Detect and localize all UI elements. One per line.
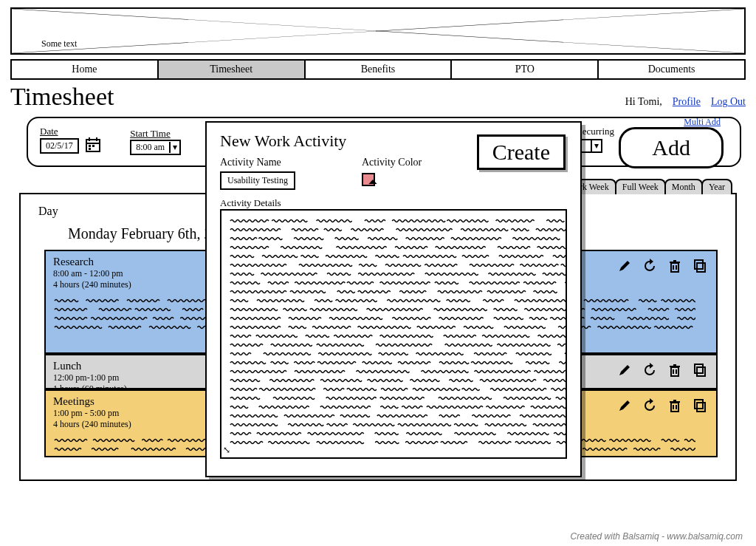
svg-rect-15 <box>695 260 703 269</box>
svg-rect-5 <box>96 137 97 141</box>
nav-tab-pto[interactable]: PTO <box>452 61 599 78</box>
view-tab-year[interactable]: Year <box>701 179 732 194</box>
delete-icon[interactable] <box>667 259 682 276</box>
greeting-text: Hi Tomi, <box>625 96 662 108</box>
nav-tab-timesheet[interactable]: Timesheet <box>159 61 306 78</box>
profile-link[interactable]: Profile <box>673 96 701 108</box>
copy-icon[interactable] <box>693 363 707 381</box>
svg-rect-21 <box>697 367 705 376</box>
activity-name-input[interactable]: Usability Testing <box>220 171 295 190</box>
add-button[interactable]: Add <box>619 127 724 168</box>
resize-handle-icon[interactable]: ⤡ <box>223 445 230 456</box>
copy-icon[interactable] <box>693 259 707 276</box>
view-tab-month[interactable]: Month <box>664 179 703 194</box>
calendar-icon[interactable] <box>86 137 100 155</box>
create-button[interactable]: Create <box>477 134 566 170</box>
start-time-field: Start Time 8:00 am ▾ <box>130 128 181 155</box>
start-time-dropdown[interactable]: 8:00 am ▾ <box>130 140 181 155</box>
chevron-down-icon: ▾ <box>169 142 179 153</box>
multi-add-link[interactable]: Multi Add <box>684 117 721 128</box>
date-field: Date 02/5/17 <box>40 126 100 155</box>
activity-name-label: Activity Name <box>220 157 295 168</box>
nav-tab-documents[interactable]: Documents <box>599 61 744 78</box>
svg-rect-22 <box>695 364 703 373</box>
redo-icon[interactable] <box>642 398 657 416</box>
new-activity-dialog: New Work Activity Create Activity Name U… <box>205 121 582 477</box>
edit-icon[interactable] <box>617 398 632 416</box>
svg-rect-29 <box>695 400 703 409</box>
page-title: Timesheet <box>10 83 114 111</box>
delete-icon[interactable] <box>667 398 682 416</box>
start-time-label: Start Time <box>130 128 181 140</box>
svg-rect-23 <box>671 403 678 412</box>
edit-icon[interactable] <box>617 259 632 276</box>
svg-rect-28 <box>697 403 705 412</box>
redo-icon[interactable] <box>642 363 657 381</box>
svg-rect-4 <box>89 137 90 141</box>
banner-placeholder: Some text <box>10 7 746 55</box>
activity-actions <box>617 363 707 381</box>
activity-color-swatch[interactable] <box>362 173 375 186</box>
chevron-down-icon: ▾ <box>591 140 601 151</box>
svg-rect-16 <box>671 367 678 376</box>
activity-actions <box>617 259 707 276</box>
view-tab-full-week[interactable]: Full Week <box>615 179 666 194</box>
main-nav: HomeTimesheetBenefitsPTODocuments <box>10 59 746 80</box>
redo-icon[interactable] <box>642 259 657 276</box>
start-time-value: 8:00 am <box>131 141 169 154</box>
nav-tab-benefits[interactable]: Benefits <box>306 61 453 78</box>
banner-text: Some text <box>41 38 77 50</box>
nav-tab-home[interactable]: Home <box>12 61 159 78</box>
edit-icon[interactable] <box>617 363 632 381</box>
svg-rect-6 <box>89 145 91 147</box>
activity-actions <box>617 398 707 416</box>
svg-rect-14 <box>697 263 705 272</box>
logout-link[interactable]: Log Out <box>711 96 746 108</box>
copy-icon[interactable] <box>693 398 707 416</box>
svg-rect-9 <box>671 263 678 272</box>
user-area: Hi Tomi, Profile Log Out <box>625 96 746 108</box>
activity-color-label: Activity Color <box>362 157 422 168</box>
date-input[interactable]: 02/5/17 <box>40 138 79 154</box>
activity-details-textarea[interactable]: ⤡ <box>220 209 567 459</box>
delete-icon[interactable] <box>667 363 682 381</box>
date-label: Date <box>40 126 100 137</box>
svg-rect-8 <box>89 148 91 150</box>
svg-rect-7 <box>92 145 94 147</box>
activity-details-label: Activity Details <box>220 197 567 209</box>
